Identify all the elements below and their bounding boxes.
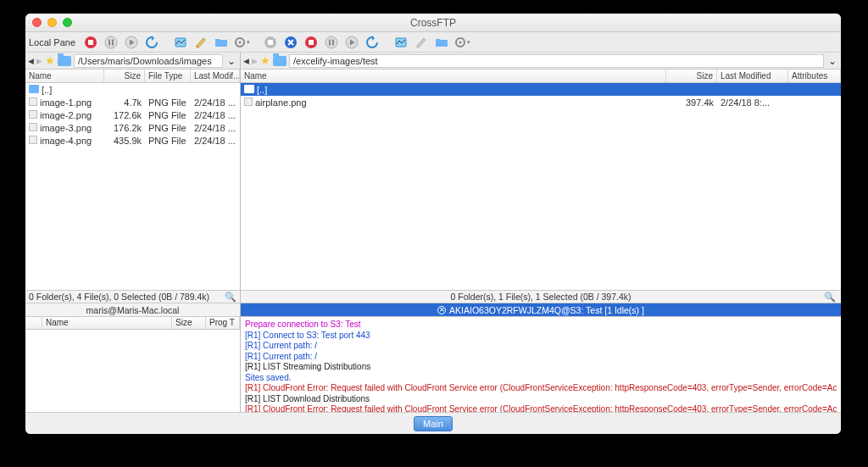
local-status: 0 Folder(s), 4 File(s), 0 Selected (0B /… (25, 290, 241, 303)
queue-left-tab[interactable]: maris@Maris-Mac.local (25, 303, 241, 317)
fwd-icon[interactable]: ▶ (36, 57, 42, 65)
favorite-icon[interactable]: ★ (260, 54, 270, 67)
queue-columns[interactable]: Name Size Prog T (25, 317, 240, 330)
remote-pause-button[interactable] (323, 34, 340, 51)
col-size[interactable]: Size (172, 317, 206, 329)
local-columns[interactable]: Name Size File Type Last Modif... (25, 69, 240, 83)
svg-point-14 (326, 36, 337, 48)
queue-pane: Name Size Prog T (25, 317, 241, 412)
queue-right-tab[interactable]: ✕ AKIAIO63OY2RFWJLZM4Q@S3: Test [1 Idle(… (241, 303, 841, 317)
log-line: [R1] CloudFront Error: Request failed wi… (245, 383, 837, 394)
fwd-icon[interactable]: ▶ (252, 57, 258, 65)
titlebar: CrossFTP (25, 14, 841, 32)
window-title: CrossFTP (25, 17, 841, 29)
log-line: Prepare connection to S3: Test (245, 320, 837, 331)
table-row[interactable]: airplane.png397.4k2/24/18 8:... (241, 96, 841, 108)
edit-button[interactable] (192, 34, 209, 51)
svg-rect-3 (108, 39, 110, 45)
remote-refresh-button[interactable] (364, 34, 381, 51)
remote-columns[interactable]: Name Size Last Modified Attributes (241, 69, 841, 83)
table-row[interactable]: image-2.png172.6kPNG File2/24/18 ... (25, 108, 240, 121)
col-size[interactable]: Size (666, 69, 717, 82)
svg-rect-13 (309, 40, 314, 45)
remote-settings-button[interactable]: ▾ (453, 34, 470, 51)
dropdown-icon[interactable]: ⌄ (826, 55, 838, 67)
log-line: Sites saved. (245, 373, 837, 384)
play-button[interactable] (123, 34, 140, 51)
footer: Main (25, 412, 841, 434)
close-tab-icon[interactable]: ✕ (437, 306, 446, 314)
svg-rect-15 (329, 39, 331, 45)
refresh-button[interactable] (143, 34, 160, 51)
remote-status: 0 Folder(s), 1 File(s), 1 Selected (0B /… (241, 290, 841, 303)
stop-button[interactable] (82, 34, 99, 51)
svg-rect-10 (268, 40, 273, 45)
local-filelist[interactable]: [..]image-1.png4.7kPNG File2/24/18 ...im… (25, 83, 240, 290)
remote-pane: Name Size Last Modified Attributes [..]a… (241, 69, 841, 290)
search-icon[interactable]: 🔍 (225, 292, 236, 303)
col-name[interactable]: Name (241, 69, 666, 82)
view-button[interactable] (172, 34, 189, 51)
open-folder-button[interactable] (213, 34, 230, 51)
local-pane: Name Size File Type Last Modif... [..]im… (25, 69, 241, 290)
remote-filelist[interactable]: [..]airplane.png397.4k2/24/18 8:... (241, 83, 841, 290)
table-row[interactable]: image-4.png435.9kPNG File2/24/18 ... (25, 134, 240, 147)
remote-status-text: 0 Folder(s), 1 File(s), 1 Selected (0B /… (451, 292, 632, 302)
log-line: [R1] Connect to S3: Test port 443 (245, 331, 837, 342)
table-row[interactable]: image-3.png176.2kPNG File2/24/18 ... (25, 121, 240, 134)
remote-stop2-button[interactable] (303, 34, 320, 51)
col-name[interactable]: Name (42, 317, 172, 329)
col-modified[interactable]: Last Modif... (191, 69, 240, 82)
queue-list[interactable] (25, 330, 240, 412)
toolbar-label: Local Pane (29, 37, 79, 47)
log-line: [R1] LIST Download Distributions (245, 394, 837, 405)
folder-icon (58, 56, 71, 66)
col-name[interactable]: Name (25, 69, 104, 82)
remote-disconnect-button[interactable] (282, 34, 299, 51)
svg-point-8 (239, 41, 242, 43)
col-attributes[interactable]: Attributes (788, 69, 841, 82)
remote-play-button[interactable] (343, 34, 360, 51)
back-icon[interactable]: ◀ (243, 57, 249, 65)
right-path-input[interactable] (289, 54, 824, 68)
remote-stop-button[interactable] (262, 34, 279, 51)
main-button[interactable]: Main (414, 416, 453, 431)
col-size[interactable]: Size (104, 69, 145, 82)
remote-edit-button[interactable] (413, 34, 430, 51)
pause-button[interactable] (103, 34, 120, 51)
log-line: [R1] Current path: / (245, 341, 837, 352)
remote-open-button[interactable] (433, 34, 450, 51)
col-modified[interactable]: Last Modified (717, 69, 788, 82)
svg-rect-16 (332, 39, 334, 45)
log-line: [R1] LIST Streaming Distributions (245, 362, 837, 373)
toolbar: Local Pane ▾ ▾ (25, 32, 841, 53)
queue-right-label: AKIAIO63OY2RFWJLZM4Q@S3: Test [1 Idle(s)… (449, 305, 644, 315)
back-icon[interactable]: ◀ (28, 57, 34, 65)
log-pane[interactable]: Prepare connection to S3: Test[R1] Conne… (241, 317, 841, 412)
queue-left-label: maris@Maris-Mac.local (86, 305, 180, 315)
settings-button[interactable]: ▾ (233, 34, 250, 51)
log-line: [R1] Current path: / (245, 352, 837, 363)
remote-view-button[interactable] (392, 34, 409, 51)
table-row[interactable]: image-1.png4.7kPNG File2/24/18 ... (25, 96, 240, 108)
col-progress[interactable]: Prog T (206, 317, 240, 329)
right-pathbar: ◀ ▶ ★ ⌄ (241, 53, 841, 69)
left-pathbar: ◀ ▶ ★ ⌄ (25, 53, 241, 69)
log-line: [R1] CloudFront Error: Request failed wi… (245, 404, 837, 412)
left-path-input[interactable] (74, 54, 223, 68)
dropdown-icon[interactable]: ⌄ (225, 55, 237, 67)
table-row[interactable]: [..] (241, 83, 841, 96)
favorite-icon[interactable]: ★ (45, 54, 55, 67)
col-type[interactable]: File Type (145, 69, 191, 82)
svg-rect-1 (88, 40, 93, 45)
search-icon[interactable]: 🔍 (824, 292, 836, 303)
folder-icon (273, 56, 287, 66)
svg-rect-4 (112, 39, 114, 45)
svg-point-20 (459, 41, 462, 43)
table-row[interactable]: [..] (25, 83, 240, 96)
app-window: CrossFTP Local Pane ▾ ▾ ◀ ▶ ★ (25, 14, 841, 434)
svg-point-2 (105, 36, 117, 48)
local-status-text: 0 Folder(s), 4 File(s), 0 Selected (0B /… (29, 292, 209, 302)
